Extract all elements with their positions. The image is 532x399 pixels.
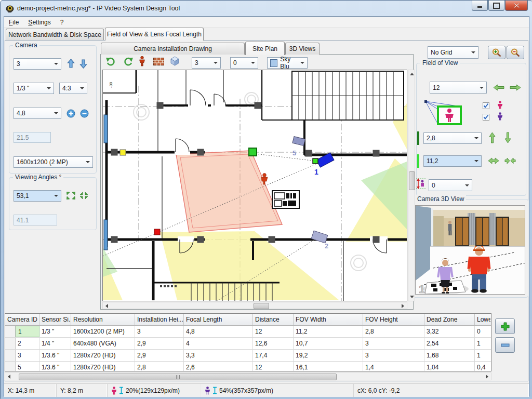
table-row[interactable]: 31/3.6 "1280x720 (HD)2,93,317,419,231,68… <box>5 350 491 362</box>
focal-plus-button[interactable] <box>66 109 75 118</box>
raise-height-button[interactable] <box>67 59 75 69</box>
table-cell[interactable]: 1/3.6 " <box>39 350 71 361</box>
add-wall-button[interactable] <box>153 58 164 65</box>
table-cell[interactable]: 0,4 <box>475 362 490 371</box>
scroll-up-arrow[interactable] <box>410 73 414 75</box>
col-dead-zone[interactable]: Dead Zone <box>424 314 475 325</box>
col-fov-width[interactable]: FOV Width <box>294 314 363 325</box>
rotate-cw-button[interactable] <box>123 57 134 66</box>
table-cell[interactable]: 2,8 <box>135 362 184 371</box>
wall-color-select[interactable]: Sky Blu <box>267 57 308 69</box>
col-lower[interactable]: Lower <box>475 314 490 325</box>
maximize-button[interactable] <box>488 1 504 11</box>
table-cell[interactable]: 12 <box>253 362 294 371</box>
table-cell[interactable]: 3 <box>363 338 424 349</box>
table-cell[interactable]: 1280x720 (HD) <box>71 362 135 371</box>
tab-3d-views[interactable]: 3D Views <box>285 43 320 55</box>
table-cell[interactable]: 5 <box>16 362 39 371</box>
row-selector[interactable] <box>5 350 16 361</box>
table-horizontal-scrollbar[interactable] <box>5 373 491 380</box>
table-cell[interactable]: 640x480 (VGA) <box>71 338 135 349</box>
table-cell[interactable]: 1 <box>475 350 490 361</box>
zoom-out-button[interactable] <box>507 46 524 59</box>
scroll-left-arrow[interactable] <box>105 304 108 308</box>
table-cell[interactable]: 1 <box>16 326 39 337</box>
distance-decrease-button[interactable] <box>493 84 504 91</box>
table-cell[interactable]: 1,4 <box>363 362 424 371</box>
table-cell[interactable]: 1,04 <box>424 362 475 371</box>
tab-field-of-view[interactable]: Field of View & Lens Focal Length <box>105 28 204 41</box>
camera-3d-view[interactable]: 1 <box>415 205 525 295</box>
wall-height-select[interactable]: 3 <box>192 57 221 69</box>
col-camera-id[interactable]: Camera ID <box>5 314 39 325</box>
fov-width-select[interactable]: 11,2 <box>423 155 482 167</box>
table-cell[interactable]: 12 <box>253 326 294 337</box>
col-fov-height[interactable]: FOV Height <box>363 314 424 325</box>
table-cell[interactable]: 1 <box>475 338 490 349</box>
row-selector[interactable] <box>5 362 16 371</box>
table-cell[interactable]: 17,4 <box>253 350 294 361</box>
table-cell[interactable]: 2,6 <box>184 362 253 371</box>
table-cell[interactable]: 1/3.6 " <box>39 362 71 371</box>
installation-height-select[interactable]: 3 <box>14 58 61 70</box>
table-cell[interactable]: 1600x1200 (2 MP) <box>71 326 135 337</box>
add-camera-button[interactable] <box>495 318 515 334</box>
rotate-ccw-button[interactable] <box>105 57 116 66</box>
table-cell[interactable]: 1280x720 (HD) <box>71 350 135 361</box>
fov-height-decrease-button[interactable] <box>504 132 511 143</box>
minimize-button[interactable] <box>472 1 488 11</box>
narrow-angle-button[interactable] <box>79 192 88 200</box>
add-person-button[interactable] <box>139 56 145 66</box>
widen-angle-button[interactable] <box>66 192 75 200</box>
row-selector[interactable] <box>5 338 16 349</box>
focal-minus-button[interactable] <box>80 109 89 118</box>
fov-width-shrink-button[interactable] <box>504 157 516 164</box>
table-cell[interactable]: 12,6 <box>253 338 294 349</box>
site-plan-canvas[interactable]: 5 1 2 -09 <box>102 70 407 301</box>
table-cell[interactable]: 1,68 <box>424 350 475 361</box>
table-cell[interactable]: 3,32 <box>424 326 475 337</box>
show-person1-checkbox[interactable] <box>483 102 489 109</box>
fov-width-expand-button[interactable] <box>488 157 499 164</box>
fov-height-increase-button[interactable] <box>489 132 496 143</box>
table-cell[interactable]: 2,8 <box>363 326 424 337</box>
wall-length-select[interactable]: 0 <box>230 57 258 69</box>
scroll-right-arrow[interactable] <box>402 304 404 308</box>
lower-bound-select[interactable]: 0 <box>429 179 472 191</box>
title-bar[interactable]: demo-project-metric.jvsg* - IP Video Sys… <box>1 1 532 16</box>
col-focal-length[interactable]: Focal Length <box>184 314 253 325</box>
table-cell[interactable]: 2,54 <box>424 338 475 349</box>
close-button[interactable] <box>505 1 528 11</box>
zoom-in-button[interactable] <box>488 46 506 59</box>
plan-vertical-scrollbar[interactable] <box>408 70 415 301</box>
table-cell[interactable]: 11,2 <box>294 326 363 337</box>
sensor-format-select[interactable]: 1/3 " <box>14 83 54 94</box>
table-cell[interactable]: 16,1 <box>294 362 363 371</box>
col-installation-height[interactable]: Installation Hei... <box>135 314 184 325</box>
row-selector[interactable] <box>5 326 16 337</box>
table-cell[interactable]: 4,8 <box>184 326 253 337</box>
menu-file[interactable]: File <box>4 17 23 28</box>
table-cell[interactable]: 19,2 <box>294 350 363 361</box>
scroll-down-arrow[interactable] <box>410 296 414 298</box>
resolution-select[interactable]: 1600x1200 (2 MP) <box>14 156 93 168</box>
menu-help[interactable]: ? <box>56 17 69 28</box>
table-cell[interactable]: 1/3 " <box>39 326 71 337</box>
table-cell[interactable]: 2 <box>16 338 39 349</box>
tab-camera-installation-drawing[interactable]: Camera Installation Drawing <box>101 43 245 55</box>
table-cell[interactable]: 4 <box>184 338 253 349</box>
tab-network-bandwidth[interactable]: Network Bandwidth & Disk Space <box>6 29 104 40</box>
lower-height-button[interactable] <box>79 59 87 69</box>
col-resolution[interactable]: Resolution <box>71 314 135 325</box>
add-box-button[interactable] <box>170 56 180 66</box>
scroll-right-arrow[interactable] <box>486 375 488 379</box>
remove-camera-button[interactable] <box>495 337 515 353</box>
focal-length-select[interactable]: 4,8 <box>14 108 61 119</box>
scroll-left-arrow[interactable] <box>8 375 10 379</box>
table-row[interactable]: 21/4 "640x480 (VGA)2,9412,610,732,541 <box>5 338 491 350</box>
table-cell[interactable]: 0 <box>475 326 490 337</box>
table-row[interactable]: 51/3.6 "1280x720 (HD)2,82,61216,11,41,04… <box>5 362 491 371</box>
tab-site-plan[interactable]: Site Plan <box>245 42 285 55</box>
distance-increase-button[interactable] <box>510 84 521 91</box>
fov-height-select[interactable]: 2,8 <box>423 132 482 144</box>
